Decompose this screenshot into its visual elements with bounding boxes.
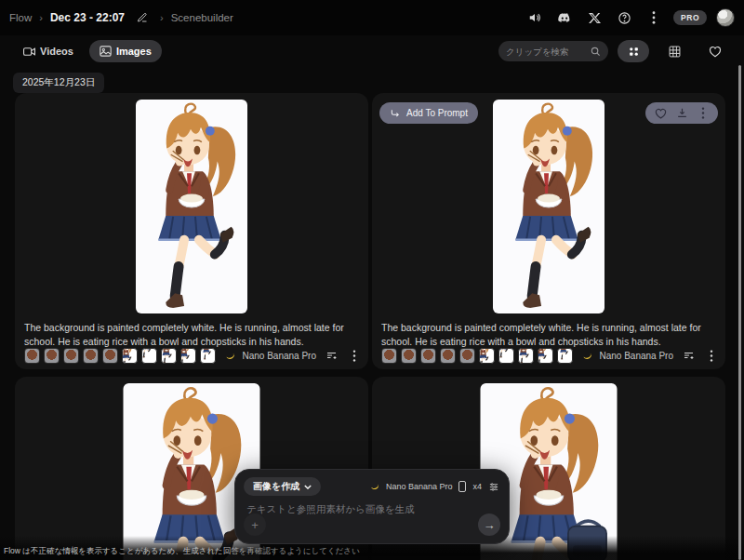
clip-search[interactable] bbox=[498, 41, 608, 61]
help-icon[interactable] bbox=[614, 7, 634, 28]
prompt-bar-settings: Nano Banana Pro x4 bbox=[370, 481, 499, 492]
prompt-caption: The background is painted completely whi… bbox=[381, 321, 714, 349]
banana-model-icon bbox=[225, 351, 235, 361]
card-more-options-icon[interactable] bbox=[346, 347, 363, 364]
school-bag-artwork bbox=[564, 513, 612, 560]
generated-image[interactable] bbox=[493, 100, 604, 313]
library-toolbar: Videos Images bbox=[0, 39, 744, 63]
reference-thumbnails bbox=[24, 348, 216, 364]
reference-thumbnail[interactable] bbox=[518, 348, 534, 364]
search-icon bbox=[591, 47, 601, 57]
rename-pencil-icon[interactable] bbox=[132, 7, 153, 28]
card-more-options-icon[interactable] bbox=[703, 347, 720, 364]
model-label: Nano Banana Pro bbox=[242, 351, 316, 361]
reference-thumbnail[interactable] bbox=[420, 348, 436, 364]
reuse-prompt-icon[interactable] bbox=[323, 347, 339, 364]
reference-thumbnail[interactable] bbox=[440, 348, 456, 364]
card-footer: Nano Banana Pro bbox=[381, 346, 720, 365]
anime-character-artwork bbox=[493, 100, 604, 313]
search-input[interactable] bbox=[506, 47, 588, 57]
add-media-button[interactable]: + bbox=[244, 513, 266, 536]
chevron-right-icon: › bbox=[160, 12, 164, 23]
reference-thumbnail[interactable] bbox=[24, 348, 40, 364]
image-card[interactable]: The background is painted completely whi… bbox=[15, 93, 368, 369]
tune-settings-icon[interactable] bbox=[488, 482, 499, 492]
image-generation-prompt-bar: 画像を作成 Nano Banana Pro x4 テキストと参照用素材から画像を… bbox=[234, 469, 510, 544]
breadcrumb-page: Scenebuilder bbox=[171, 12, 233, 23]
download-icon[interactable] bbox=[675, 105, 688, 122]
date-group-header: 2025年12月23日 bbox=[13, 73, 104, 93]
generation-mode-label: 画像を作成 bbox=[253, 480, 299, 493]
grid-view-button[interactable] bbox=[658, 40, 690, 62]
chevron-down-icon bbox=[304, 485, 312, 489]
reference-thumbnail[interactable] bbox=[102, 348, 118, 364]
banana-model-icon bbox=[370, 482, 379, 491]
overlay-more-options-icon[interactable] bbox=[697, 105, 710, 122]
reference-thumbnail[interactable] bbox=[122, 348, 138, 364]
reference-thumbnail[interactable] bbox=[401, 348, 417, 364]
masonry-view-button[interactable] bbox=[618, 40, 649, 62]
reference-thumbnail[interactable] bbox=[538, 348, 553, 364]
prompt-model-label[interactable]: Nano Banana Pro bbox=[386, 482, 453, 491]
header-actions: PRO bbox=[525, 7, 735, 28]
pro-badge: PRO bbox=[673, 10, 707, 25]
reference-thumbnails bbox=[381, 348, 573, 364]
reference-thumbnail[interactable] bbox=[83, 348, 99, 364]
card-footer: Nano Banana Pro bbox=[24, 346, 363, 365]
reference-thumbnail[interactable] bbox=[141, 348, 157, 364]
anime-character-artwork bbox=[136, 100, 247, 313]
discord-icon[interactable] bbox=[554, 7, 575, 28]
reference-thumbnail[interactable] bbox=[44, 348, 60, 364]
breadcrumb-root[interactable]: Flow bbox=[9, 12, 32, 23]
model-label: Nano Banana Pro bbox=[599, 351, 673, 361]
favorites-heart-icon bbox=[709, 46, 722, 58]
masonry-view-icon bbox=[628, 46, 640, 58]
reference-thumbnail[interactable] bbox=[498, 348, 514, 364]
reference-thumbnail[interactable] bbox=[459, 348, 475, 364]
scrollbar[interactable] bbox=[738, 65, 741, 560]
favorite-heart-icon[interactable] bbox=[654, 105, 667, 122]
reference-thumbnail[interactable] bbox=[161, 348, 177, 364]
output-count[interactable]: x4 bbox=[472, 482, 482, 491]
reference-thumbnail[interactable] bbox=[200, 348, 216, 364]
card-hover-actions bbox=[645, 102, 718, 124]
tab-videos[interactable]: Videos bbox=[13, 40, 84, 62]
media-tabs: Videos Images bbox=[13, 40, 162, 62]
flow-scenebuilder-app: Flow › Dec 23 - 22:07 › Scenebuilder bbox=[0, 0, 744, 560]
add-to-prompt-arrow-icon bbox=[390, 108, 401, 118]
image-card[interactable]: Add To Prompt The background is painted … bbox=[372, 93, 725, 369]
reference-thumbnail[interactable] bbox=[63, 348, 79, 364]
chevron-right-icon: › bbox=[39, 12, 43, 23]
prompt-bar-top-row: 画像を作成 Nano Banana Pro x4 bbox=[235, 470, 509, 496]
reference-thumbnail[interactable] bbox=[557, 348, 573, 364]
sound-icon[interactable] bbox=[525, 7, 545, 28]
reuse-prompt-icon[interactable] bbox=[680, 347, 697, 364]
add-to-prompt-button[interactable]: Add To Prompt bbox=[379, 102, 478, 124]
breadcrumb-project[interactable]: Dec 23 - 22:07 bbox=[50, 11, 125, 24]
toolbar-right bbox=[498, 40, 731, 62]
prompt-bar-bottom-row: + → bbox=[244, 513, 500, 536]
video-icon bbox=[23, 47, 35, 57]
avatar[interactable] bbox=[716, 8, 735, 27]
add-to-prompt-label: Add To Prompt bbox=[406, 108, 468, 118]
reference-thumbnail[interactable] bbox=[479, 348, 495, 364]
tab-videos-label: Videos bbox=[40, 46, 73, 57]
grid-view-icon bbox=[669, 46, 681, 58]
reference-thumbnail[interactable] bbox=[180, 348, 196, 364]
card-meta: Nano Banana Pro bbox=[582, 347, 720, 364]
more-options-icon[interactable] bbox=[644, 7, 664, 28]
reference-thumbnail[interactable] bbox=[381, 348, 397, 364]
generate-submit-button[interactable]: → bbox=[478, 513, 500, 536]
x-social-icon[interactable] bbox=[584, 7, 604, 28]
breadcrumb: Flow › Dec 23 - 22:07 › Scenebuilder bbox=[9, 7, 233, 28]
disclaimer-text: Flow は不正確な情報を表示することがあるため、生成された回答を再確認するよう… bbox=[4, 546, 360, 557]
tab-images[interactable]: Images bbox=[89, 40, 162, 62]
favorites-button[interactable] bbox=[699, 40, 731, 62]
top-bar: Flow › Dec 23 - 22:07 › Scenebuilder bbox=[0, 0, 744, 35]
aspect-ratio-icon[interactable] bbox=[458, 481, 466, 492]
tab-images-label: Images bbox=[116, 46, 152, 57]
generation-mode-button[interactable]: 画像を作成 bbox=[244, 477, 321, 496]
generated-image[interactable] bbox=[136, 100, 247, 313]
prompt-caption: The background is painted completely whi… bbox=[24, 321, 357, 349]
banana-model-icon bbox=[582, 351, 592, 361]
